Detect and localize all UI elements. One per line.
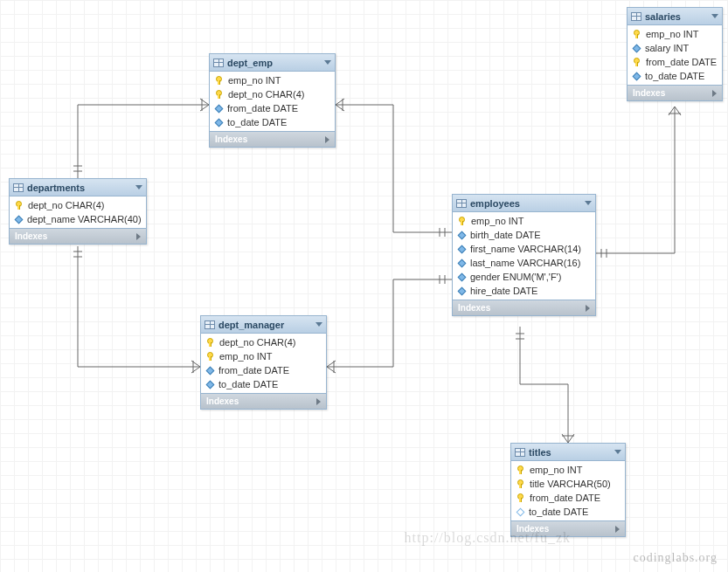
entity-header[interactable]: dept_emp	[210, 54, 335, 72]
column-row[interactable]: to_date DATE	[201, 377, 326, 391]
indexes-label: Indexes	[633, 88, 665, 98]
entity-header[interactable]: salaries	[627, 8, 722, 25]
column-label: salary INT	[645, 43, 689, 53]
entity-title: salaries	[645, 11, 708, 22]
expand-icon[interactable]	[586, 305, 590, 312]
entity-departments[interactable]: departments dept_no CHAR(4)dept_name VAR…	[9, 178, 147, 245]
column-label: from_date DATE	[218, 365, 289, 376]
entity-header[interactable]: titles	[511, 444, 625, 461]
entity-title: dept_manager	[218, 320, 312, 330]
indexes-section[interactable]: Indexes	[627, 85, 722, 100]
column-row[interactable]: emp_no INT	[627, 27, 722, 41]
key-icon	[633, 58, 641, 66]
collapse-icon[interactable]	[324, 60, 331, 65]
column-row[interactable]: from_date DATE	[627, 55, 722, 69]
column-row[interactable]: first_name VARCHAR(14)	[453, 242, 595, 256]
column-label: birth_date DATE	[470, 230, 541, 240]
column-row[interactable]: dept_name VARCHAR(40)	[10, 212, 146, 226]
diamond-icon	[15, 215, 24, 224]
key-icon	[517, 479, 525, 488]
column-row[interactable]: dept_no CHAR(4)	[210, 87, 335, 101]
entity-header[interactable]: departments	[10, 179, 146, 196]
column-list: emp_no INTbirth_date DATEfirst_name VARC…	[453, 212, 595, 300]
expand-icon[interactable]	[712, 90, 717, 97]
key-icon	[215, 90, 224, 99]
indexes-label: Indexes	[15, 231, 47, 241]
column-label: title VARCHAR(50)	[530, 479, 611, 489]
column-label: to_date DATE	[227, 117, 287, 127]
column-row[interactable]: gender ENUM('M','F')	[453, 270, 595, 284]
column-row[interactable]: from_date DATE	[201, 363, 326, 377]
column-label: emp_no INT	[228, 75, 281, 86]
table-icon	[631, 12, 641, 21]
expand-icon[interactable]	[325, 136, 329, 143]
column-list: emp_no INTsalary INTfrom_date DATEto_dat…	[627, 25, 722, 85]
column-row[interactable]: to_date DATE	[511, 505, 625, 519]
entity-title: titles	[529, 447, 611, 458]
collapse-icon[interactable]	[315, 322, 322, 327]
watermark-csdn: http://blog.csdn.net/fu_zk	[405, 530, 571, 546]
column-label: dept_no CHAR(4)	[219, 337, 295, 348]
entity-salaries[interactable]: salaries emp_no INTsalary INTfrom_date D…	[627, 7, 723, 101]
column-label: dept_name VARCHAR(40)	[27, 214, 142, 224]
entity-employees[interactable]: employees emp_no INTbirth_date DATEfirst…	[452, 194, 596, 316]
key-icon	[15, 201, 24, 210]
column-label: dept_no CHAR(4)	[28, 200, 104, 210]
expand-icon[interactable]	[316, 398, 321, 405]
diamond-icon	[633, 72, 641, 80]
indexes-section[interactable]: Indexes	[453, 300, 595, 315]
column-label: last_name VARCHAR(16)	[470, 258, 580, 268]
key-icon	[215, 76, 224, 85]
column-label: emp_no INT	[530, 465, 583, 475]
entity-header[interactable]: dept_manager	[201, 316, 326, 334]
diamond-icon	[215, 118, 224, 127]
key-icon	[206, 338, 215, 347]
collapse-icon[interactable]	[711, 14, 718, 18]
column-label: to_date DATE	[645, 71, 704, 81]
column-row[interactable]: dept_no CHAR(4)	[201, 335, 326, 349]
column-label: to_date DATE	[218, 379, 278, 389]
column-row[interactable]: dept_no CHAR(4)	[10, 198, 146, 212]
collapse-icon[interactable]	[614, 450, 621, 454]
diamond-icon	[458, 258, 467, 267]
indexes-section[interactable]: Indexes	[10, 228, 146, 244]
column-list: dept_no CHAR(4)dept_name VARCHAR(40)	[10, 196, 146, 228]
column-row[interactable]: emp_no INT	[201, 349, 326, 363]
column-row[interactable]: to_date DATE	[210, 115, 335, 129]
indexes-section[interactable]: Indexes	[210, 131, 335, 147]
column-row[interactable]: hire_date DATE	[453, 284, 595, 298]
entity-dept-emp[interactable]: dept_emp emp_no INTdept_no CHAR(4)from_d…	[209, 53, 336, 148]
expand-icon[interactable]	[136, 233, 141, 240]
column-row[interactable]: salary INT	[627, 41, 722, 55]
column-row[interactable]: birth_date DATE	[453, 228, 595, 242]
column-row[interactable]: emp_no INT	[511, 463, 625, 477]
indexes-section[interactable]: Indexes	[201, 393, 326, 409]
diamond-icon	[458, 231, 467, 239]
indexes-label: Indexes	[206, 396, 239, 406]
column-row[interactable]: last_name VARCHAR(16)	[453, 256, 595, 270]
column-row[interactable]: from_date DATE	[210, 101, 335, 115]
entity-titles[interactable]: titles emp_no INTtitle VARCHAR(50)from_d…	[510, 443, 626, 537]
entity-dept-manager[interactable]: dept_manager dept_no CHAR(4)emp_no INTfr…	[200, 315, 327, 410]
diamond-icon	[633, 44, 641, 52]
column-list: dept_no CHAR(4)emp_no INTfrom_date DATEt…	[201, 334, 326, 393]
watermark-codinglabs: codinglabs.org	[633, 551, 718, 565]
column-label: from_date DATE	[530, 493, 600, 503]
expand-icon[interactable]	[615, 526, 620, 533]
indexes-label: Indexes	[215, 134, 247, 144]
column-label: to_date DATE	[529, 507, 588, 517]
entity-header[interactable]: employees	[453, 195, 595, 212]
collapse-icon[interactable]	[135, 185, 142, 190]
column-label: emp_no INT	[471, 216, 524, 226]
key-icon	[517, 465, 525, 474]
key-icon	[517, 493, 525, 502]
collapse-icon[interactable]	[585, 201, 592, 205]
column-row[interactable]: from_date DATE	[511, 491, 625, 505]
er-canvas[interactable]: departments dept_no CHAR(4)dept_name VAR…	[0, 0, 728, 572]
column-row[interactable]: emp_no INT	[210, 73, 335, 87]
column-label: first_name VARCHAR(14)	[470, 244, 581, 254]
column-row[interactable]: emp_no INT	[453, 214, 595, 228]
column-row[interactable]: title VARCHAR(50)	[511, 477, 625, 491]
column-row[interactable]: to_date DATE	[627, 69, 722, 83]
key-icon	[633, 30, 641, 38]
